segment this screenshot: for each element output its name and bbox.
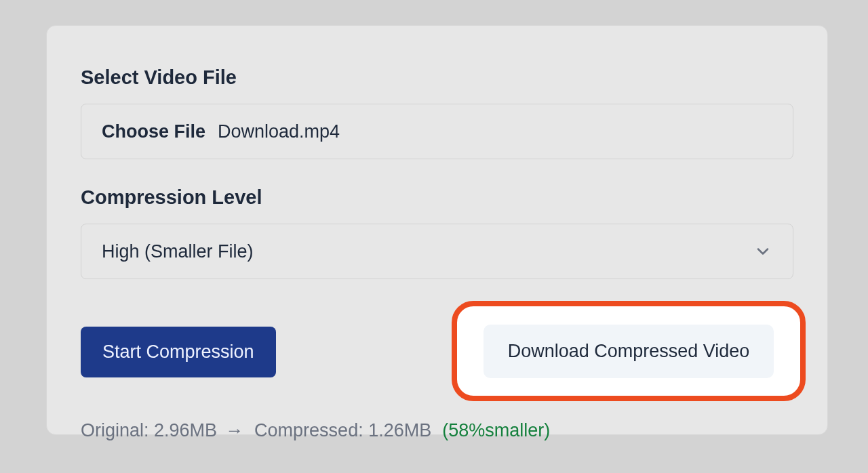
actions-row: Start Compression Download Compressed Vi… xyxy=(81,302,793,401)
start-compression-button[interactable]: Start Compression xyxy=(81,327,276,377)
compression-stats: Original: 2.96MB → Compressed: 1.26MB (5… xyxy=(81,420,793,441)
compression-level-label: Compression Level xyxy=(81,186,793,209)
compression-card: Select Video File Choose File Download.m… xyxy=(46,25,828,435)
original-size-text: Original: 2.96MB xyxy=(81,420,217,441)
compressed-size-text: Compressed: 1.26MB xyxy=(254,420,431,441)
chevron-down-icon xyxy=(753,242,772,261)
select-file-label: Select Video File xyxy=(81,66,793,89)
arrow-icon: → xyxy=(224,420,248,441)
compression-level-select[interactable]: High (Smaller File) xyxy=(81,224,793,279)
choose-file-button[interactable]: Choose File xyxy=(102,121,205,142)
compression-level-value: High (Smaller File) xyxy=(102,241,254,262)
download-highlight: Download Compressed Video xyxy=(452,301,806,401)
file-input-row[interactable]: Choose File Download.mp4 xyxy=(81,104,793,159)
download-compressed-button[interactable]: Download Compressed Video xyxy=(484,325,774,378)
selected-file-name: Download.mp4 xyxy=(218,121,340,142)
reduction-percent-text: (58%smaller) xyxy=(442,420,550,441)
